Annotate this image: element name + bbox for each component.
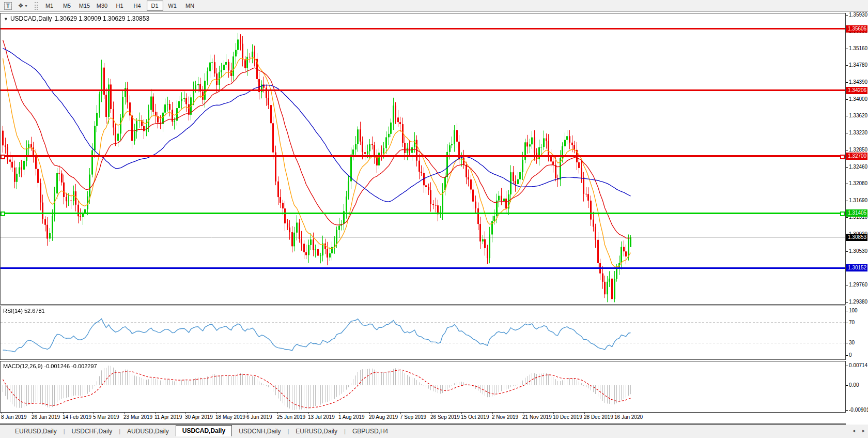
- timeframe-button-d1[interactable]: D1: [147, 1, 163, 11]
- date-axis-label: 10 Dec 2019: [553, 414, 582, 420]
- tab-eurusd-daily[interactable]: EURUSD,Daily: [8, 426, 64, 436]
- date-axis-label: 13 Jul 2019: [308, 414, 335, 420]
- timeframe-button-h4[interactable]: H4: [129, 1, 146, 11]
- timeframe-button-m5[interactable]: M5: [59, 1, 75, 11]
- text-tool-button[interactable]: T: [2, 0, 14, 11]
- date-axis-tick: [247, 412, 247, 414]
- price-axis-tick: [846, 302, 848, 303]
- date-axis-tick: [431, 412, 431, 414]
- rsi-axis-label: 70: [849, 320, 855, 325]
- date-axis-tick: [553, 412, 554, 414]
- rsi-axis-label: 30: [849, 340, 855, 345]
- price-axis-tick: [846, 82, 848, 83]
- line-selection-handle[interactable]: [1, 155, 5, 159]
- horizontal-line-object[interactable]: [0, 28, 845, 29]
- price-axis-badge: 1.30853: [846, 234, 867, 241]
- tab-scroll-arrows: ◂ ▸: [853, 428, 865, 434]
- tab-scroll-left-button[interactable]: ◂: [853, 428, 855, 434]
- rsi-axis-tick: [846, 323, 848, 323]
- horizontal-line-object[interactable]: [0, 213, 845, 214]
- chart-symbol-label: USDCAD,Daily: [10, 15, 52, 22]
- price-axis-badge: 1.32700: [846, 153, 867, 160]
- mt4-window: T ❖ ▾ M1M5M15M30H1H4D1W1MN ▼USDCAD,Daily…: [0, 0, 868, 438]
- price-axis-tick: [846, 150, 848, 150]
- cursor-tool-button[interactable]: ❖ ▾: [16, 0, 29, 11]
- price-axis-label: 1.29380: [849, 299, 867, 305]
- price-axis-tick: [846, 285, 848, 285]
- timeframe-button-m30[interactable]: M30: [94, 1, 111, 11]
- price-axis-label: 1.32460: [849, 164, 867, 170]
- tab-eurusd-daily[interactable]: EURUSD,Daily: [289, 426, 344, 436]
- price-axis-tick: [846, 49, 848, 49]
- price-axis-badge: 1.34206: [846, 87, 867, 94]
- chart-collapse-arrow[interactable]: ▼: [4, 17, 8, 22]
- price-axis-label: 1.33620: [849, 113, 867, 118]
- date-axis-label: 26 Jan 2019: [32, 414, 60, 420]
- date-axis-tick: [400, 412, 401, 414]
- rsi-axis-tick: [846, 311, 848, 311]
- date-axis-label: 25 Jun 2019: [277, 414, 305, 420]
- date-axis-tick: [369, 412, 370, 414]
- price-axis-tick: [846, 251, 848, 252]
- price-axis-tick: [846, 133, 848, 133]
- date-axis-label: 20 Aug 2019: [369, 414, 398, 420]
- macd-axis-tick: [846, 385, 848, 386]
- date-axis-label: 16 Jan 2020: [614, 414, 643, 420]
- macd-canvas[interactable]: [1, 361, 845, 411]
- toolbar-drag-handle[interactable]: [35, 2, 38, 10]
- chart-title: ▼USDCAD,Daily1.30629 1.30909 1.30629 1.3…: [4, 15, 149, 22]
- date-axis-tick: [185, 412, 186, 414]
- price-axis-tick: [846, 201, 848, 201]
- price-axis-tick: [846, 184, 848, 184]
- price-axis-label: 1.34390: [849, 79, 867, 85]
- price-axis-label: 1.34780: [849, 62, 867, 68]
- date-axis-label: 8 Jan 2019: [1, 414, 27, 420]
- timeframe-button-m15[interactable]: M15: [76, 1, 93, 11]
- date-axis-tick: [32, 412, 33, 414]
- date-axis-tick: [2, 412, 2, 414]
- tab-usdcnh-daily[interactable]: USDCNH,Daily: [232, 426, 287, 436]
- macd-axis-label: 0.00714: [849, 363, 867, 368]
- date-axis-label: 5 Mar 2019: [93, 414, 119, 420]
- tab-audusd-daily[interactable]: AUDUSD,Daily: [120, 426, 176, 436]
- chart-ohlc-values: 1.30629 1.30909 1.30629 1.30853: [55, 15, 150, 22]
- date-axis-tick: [492, 412, 493, 414]
- date-axis-tick: [308, 412, 309, 414]
- date-axis-label: 26 Sep 2019: [430, 414, 460, 420]
- price-axis-badge: 1.30152: [846, 264, 867, 271]
- date-axis-label: 14 Feb 2019: [63, 414, 91, 420]
- price-axis-tick: [846, 99, 848, 100]
- price-axis-label: 1.29760: [849, 282, 867, 288]
- tab-usdcad-daily[interactable]: USDCAD,Daily: [176, 425, 232, 436]
- macd-axis-tick: [846, 366, 848, 366]
- date-axis-tick: [339, 412, 339, 414]
- tab-usdchf-daily[interactable]: USDCHF,Daily: [65, 426, 119, 436]
- timeframe-button-m1[interactable]: M1: [41, 1, 58, 11]
- price-axis-label: 1.32080: [849, 180, 867, 186]
- timeframe-button-h1[interactable]: H1: [112, 1, 128, 11]
- date-axis-label: 30 Apr 2019: [185, 414, 213, 420]
- rsi-indicator-label: RSI(14) 52.6781: [3, 308, 45, 314]
- horizontal-line-object[interactable]: [0, 155, 845, 157]
- timeframe-button-w1[interactable]: W1: [164, 1, 181, 11]
- date-axis-label: 6 Jun 2019: [246, 414, 272, 420]
- rsi-axis-label: 0: [849, 352, 852, 358]
- date-axis-label: 1 Aug 2019: [338, 414, 365, 420]
- chart-tab-bar: EURUSD,Daily|USDCHF,Daily|AUDUSD,DailyUS…: [0, 425, 868, 438]
- date-axis-tick: [216, 412, 216, 414]
- date-axis-tick: [523, 412, 523, 414]
- main-chart-canvas[interactable]: [1, 13, 845, 303]
- line-selection-handle[interactable]: [840, 155, 845, 159]
- macd-axis-tick: [846, 410, 848, 411]
- tab-scroll-right-button[interactable]: ▸: [862, 428, 865, 434]
- tab-gbpusd-h4[interactable]: GBPUSD,H4: [346, 426, 395, 436]
- price-axis-label: 1.33230: [849, 130, 867, 135]
- price-axis-tick: [846, 65, 848, 66]
- line-selection-handle[interactable]: [840, 212, 845, 216]
- timeframe-button-mn[interactable]: MN: [182, 1, 198, 11]
- price-axis-label: 1.30530: [849, 248, 867, 254]
- horizontal-line-object[interactable]: [0, 267, 845, 269]
- line-selection-handle[interactable]: [1, 212, 5, 216]
- rsi-canvas[interactable]: [1, 306, 845, 358]
- horizontal-line-object[interactable]: [0, 89, 845, 91]
